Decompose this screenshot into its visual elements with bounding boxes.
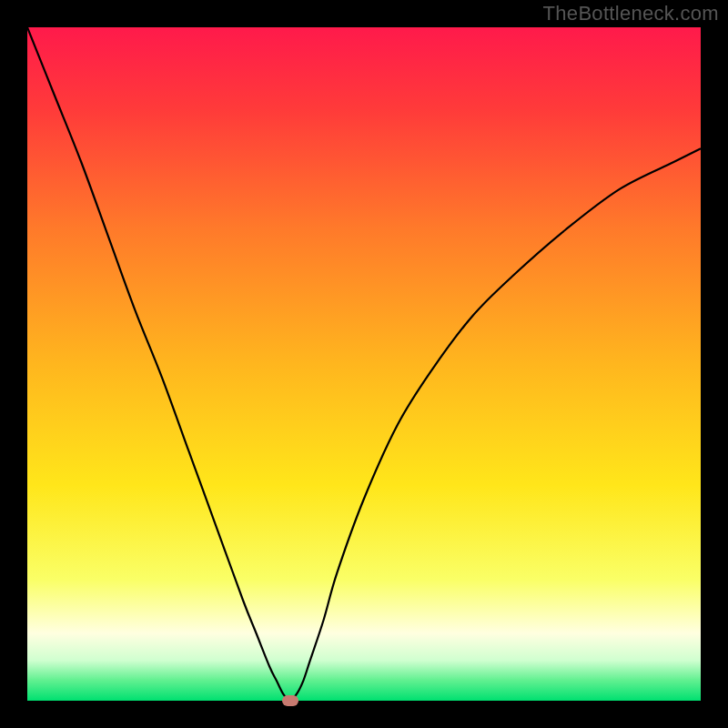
chart-frame: TheBottleneck.com [0, 0, 728, 728]
gradient-background [27, 27, 701, 701]
optimal-point-marker [282, 695, 298, 706]
plot-area [27, 27, 701, 701]
chart-svg [27, 27, 701, 701]
watermark-text: TheBottleneck.com [543, 2, 719, 25]
